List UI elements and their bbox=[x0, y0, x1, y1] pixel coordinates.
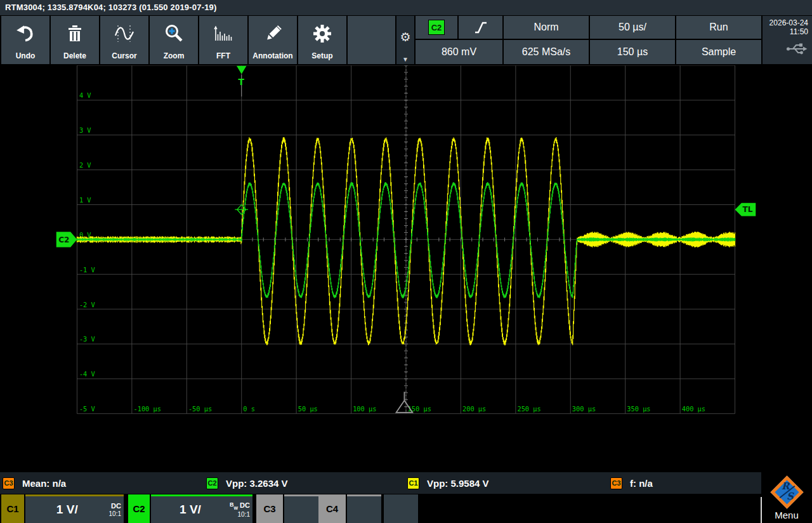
channel-empty-cell bbox=[384, 494, 418, 523]
annotation-button[interactable]: Annotation bbox=[249, 16, 297, 64]
trigger-source-badge: C2 bbox=[428, 20, 445, 35]
voltage-axis-label: 2 V bbox=[79, 161, 91, 169]
quick-settings-button[interactable]: ⚙ ▼ bbox=[396, 16, 414, 64]
probe-label: 10:1 bbox=[109, 510, 121, 517]
time-axis-label: 0 s bbox=[243, 405, 255, 413]
undo-label: Undo bbox=[16, 51, 36, 60]
time-axis-label: 200 µs bbox=[462, 405, 486, 413]
channel-info-c2[interactable]: 1 V/ BW DC 10:1 bbox=[151, 494, 252, 523]
channel-scale: 1 V/ bbox=[151, 503, 230, 517]
measurement-vpp-c1: C1 Vpp: 5.9584 V bbox=[407, 472, 489, 494]
time-axis-label: 150 µs bbox=[408, 405, 431, 413]
undo-button[interactable]: Undo bbox=[1, 16, 49, 64]
voltage-axis-label: 3 V bbox=[79, 126, 91, 134]
time-axis-label: -100 µs bbox=[133, 405, 161, 413]
menu-button[interactable]: Menu bbox=[761, 510, 812, 520]
trigger-source-cell[interactable]: C2 bbox=[416, 16, 457, 39]
coupling-label: DC bbox=[109, 502, 121, 510]
rs-logo: R S bbox=[769, 474, 804, 510]
channel-tab-c2[interactable]: C2 bbox=[128, 494, 150, 523]
measurement-bar: C3 Mean: n/a C2 Vpp: 3.2634 V C1 Vpp: 5.… bbox=[0, 472, 761, 494]
trigger-position-marker[interactable] bbox=[237, 66, 247, 74]
measurement-freq: C3 f: n/a bbox=[610, 472, 653, 494]
time-axis-label: 400 µs bbox=[682, 405, 705, 413]
channel-info-c4[interactable] bbox=[347, 494, 381, 523]
delete-label: Delete bbox=[63, 51, 86, 60]
date-text: 2026-03-24 bbox=[766, 18, 808, 27]
measurement-vpp-c2: C2 Vpp: 3.2634 V bbox=[206, 472, 288, 494]
usb-icon bbox=[785, 41, 808, 56]
cursor-label: Cursor bbox=[112, 51, 136, 60]
channel-info-c3[interactable] bbox=[284, 494, 318, 523]
pencil-icon bbox=[263, 16, 282, 51]
time-axis-label: 300 µs bbox=[572, 405, 596, 413]
trigger-mode-cell[interactable]: Norm bbox=[504, 16, 589, 39]
magnifier-plus-icon bbox=[164, 16, 183, 51]
datetime-display: 2026-03-24 11:50 bbox=[763, 16, 812, 64]
measurement-mean: C3 Mean: n/a bbox=[3, 472, 66, 494]
device-title: RTM3004; 1335.8794K04; 103273 (01.550 20… bbox=[0, 0, 812, 15]
voltage-axis-label: -4 V bbox=[79, 370, 95, 378]
time-axis-label: 100 µs bbox=[353, 405, 376, 413]
zoom-button[interactable]: Zoom bbox=[150, 16, 198, 64]
trigger-level-cell[interactable]: 860 mV bbox=[416, 40, 502, 64]
channel-ground-label: C2 bbox=[58, 235, 69, 244]
measurement-text: Vpp: 5.9584 V bbox=[427, 478, 489, 489]
time-axis-label: 250 µs bbox=[517, 405, 540, 413]
voltage-axis-label: -3 V bbox=[79, 336, 95, 343]
time-axis-label: -50 µs bbox=[188, 405, 212, 413]
channel-badge: C2 bbox=[206, 477, 218, 489]
fft-label: FFT bbox=[216, 51, 230, 60]
setup-button[interactable]: Setup bbox=[298, 16, 346, 64]
rising-edge-icon bbox=[473, 19, 489, 36]
trash-icon bbox=[65, 16, 84, 51]
cursor-button[interactable]: Cursor bbox=[100, 16, 148, 64]
setup-label: Setup bbox=[311, 51, 332, 60]
chevron-down-icon: ▼ bbox=[402, 56, 409, 63]
delete-button[interactable]: Delete bbox=[51, 16, 99, 64]
voltage-axis-label: -2 V bbox=[79, 301, 95, 308]
acquisition-mode-cell[interactable]: Sample bbox=[676, 40, 761, 64]
measurement-text: Mean: n/a bbox=[22, 478, 66, 489]
trigger-position-label: T bbox=[239, 77, 245, 87]
channel-tab-c4[interactable]: C4 bbox=[318, 494, 346, 523]
fft-button[interactable]: FFT bbox=[199, 16, 247, 64]
trigger-level-label: TL bbox=[743, 205, 753, 214]
sample-rate-cell[interactable]: 625 MSa/s bbox=[504, 40, 589, 64]
channel-badge: C3 bbox=[610, 477, 622, 489]
gear-icon: ⚙ bbox=[400, 30, 410, 44]
gear-icon bbox=[312, 16, 332, 51]
undo-icon bbox=[15, 16, 36, 51]
scope-display: 4 V3 V2 V1 V0 V-1 V-2 V-3 V-4 V-5 V-100 … bbox=[0, 65, 812, 472]
measurement-text: f: n/a bbox=[630, 478, 653, 489]
run-state-cell[interactable]: Run bbox=[676, 16, 761, 39]
probe-label: 10:1 bbox=[230, 511, 250, 518]
channel-tab-c1[interactable]: C1 bbox=[1, 494, 24, 523]
time-axis-label: 50 µs bbox=[298, 405, 318, 413]
toolbar-empty-cell bbox=[348, 16, 395, 64]
channel-scale: 1 V/ bbox=[25, 503, 109, 517]
voltage-axis-label: -1 V bbox=[79, 266, 95, 274]
coupling-label: BW DC bbox=[230, 501, 250, 511]
oscilloscope-screen: RTM3004; 1335.8794K04; 103273 (01.550 20… bbox=[0, 0, 812, 523]
time-axis-label: 350 µs bbox=[627, 405, 650, 413]
spectrum-icon bbox=[213, 16, 233, 51]
time-text: 11:50 bbox=[766, 27, 808, 36]
timebase-cell[interactable]: 50 µs/ bbox=[590, 16, 675, 39]
horizontal-position-cell[interactable]: 150 µs bbox=[590, 40, 675, 64]
voltage-axis-label: 4 V bbox=[79, 91, 91, 99]
voltage-axis-label: 1 V bbox=[79, 196, 91, 204]
annotation-label: Annotation bbox=[252, 51, 292, 60]
channel-badge: C1 bbox=[407, 477, 419, 489]
trigger-slope-cell[interactable] bbox=[459, 16, 502, 39]
channel-tab-c3[interactable]: C3 bbox=[256, 494, 283, 523]
channel-badge: C3 bbox=[3, 477, 15, 489]
zoom-label: Zoom bbox=[164, 51, 185, 60]
channel-info-c1[interactable]: 1 V/ DC 10:1 bbox=[25, 494, 124, 523]
voltage-axis-label: -5 V bbox=[79, 405, 95, 413]
measurement-text: Vpp: 3.2634 V bbox=[226, 478, 288, 489]
cursor-waveform-icon bbox=[114, 16, 134, 51]
reference-position-marker bbox=[396, 392, 412, 413]
